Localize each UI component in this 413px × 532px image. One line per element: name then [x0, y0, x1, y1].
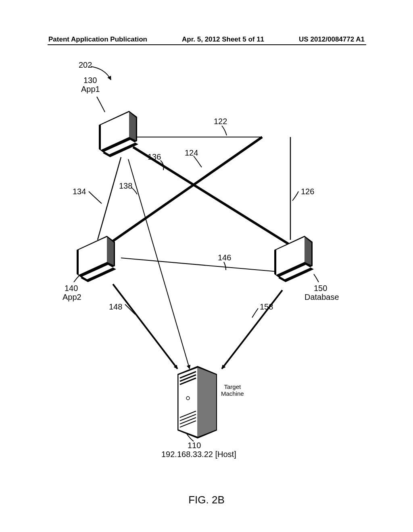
ref-126: 126	[301, 187, 314, 196]
node-140-name: App2	[63, 293, 81, 302]
figure-label: FIG. 2B	[0, 494, 413, 506]
monitor-icon	[69, 226, 129, 286]
node-110-num: 110	[188, 441, 201, 450]
svg-line-6	[121, 258, 282, 272]
ref-202: 202	[79, 60, 92, 70]
ref-134: 134	[73, 187, 86, 196]
server-tower-icon	[173, 362, 222, 438]
target-machine-label: Target Machine	[221, 384, 244, 397]
header-right: US 2012/0084772 A1	[299, 35, 365, 44]
svg-line-7	[113, 284, 177, 369]
monitor-icon	[266, 226, 327, 286]
monitor-icon	[91, 101, 151, 161]
header-center: Apr. 5, 2012 Sheet 5 of 11	[182, 35, 264, 44]
ref-146: 146	[218, 253, 231, 262]
ref-158: 158	[260, 302, 273, 312]
svg-line-5	[128, 159, 190, 369]
svg-line-1	[133, 147, 288, 244]
node-130-num: 130	[83, 76, 97, 85]
network-diagram: 202 130 App1 122 124 136 134 138 126 140…	[0, 56, 413, 480]
svg-line-8	[222, 290, 282, 369]
header-rule	[48, 44, 366, 45]
ref-148: 148	[109, 302, 122, 312]
ref-124: 124	[185, 148, 198, 158]
ref-138: 138	[119, 181, 132, 191]
header-left: Patent Application Publication	[48, 35, 147, 44]
node-130-name: App1	[81, 85, 100, 94]
page-header: Patent Application Publication Apr. 5, 2…	[0, 35, 413, 44]
node-150-name: Database	[305, 293, 339, 302]
node-110-ip: 192.168.33.22 [Host]	[161, 450, 236, 459]
ref-122: 122	[214, 117, 227, 126]
